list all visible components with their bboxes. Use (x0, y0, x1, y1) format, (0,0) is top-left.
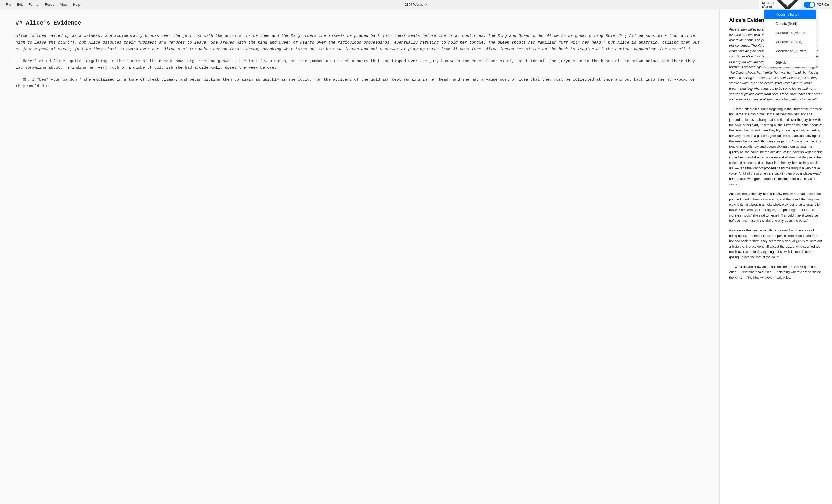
editor-panel[interactable]: ## Alice's Evidence Alice is then called… (0, 9, 720, 504)
menu-focus[interactable]: Focus (43, 2, 57, 7)
editor-paragraph-0: Alice is then called up as a witness. Sh… (16, 33, 704, 53)
preview-paragraph-1: — "Here!" cried Alice, quite forgetting … (729, 107, 823, 187)
toggle-knob (809, 2, 814, 7)
main-content: ## Alice's Evidence Alice is then called… (0, 9, 832, 504)
editor-body[interactable]: Alice is then called up as a witness. Sh… (16, 33, 704, 90)
preview-paragraph-2: Alice looked at the jury-box, and saw th… (729, 191, 823, 224)
menu-help[interactable]: Help (71, 2, 83, 7)
dropdown-label-classic-serif: Classic (Serif) (775, 22, 797, 26)
chevron-down-icon (424, 3, 427, 6)
menu-format[interactable]: Format (26, 2, 42, 7)
font-selector-label: Modern (Sans) (762, 1, 775, 9)
dropdown-label-github: GitHub (775, 60, 786, 64)
font-dropdown-menu: ✓ Modern (Sans) Classic (Serif) Manuscri… (764, 9, 816, 67)
dropdown-label-modern-sans: Modern (Sans) (775, 12, 799, 17)
dropdown-item-modern-sans[interactable]: ✓ Modern (Sans) (764, 10, 816, 19)
preview-paragraph-3: As soon as the jury had a little recover… (729, 228, 823, 260)
pdf-toggle-container: PDF On (804, 2, 829, 7)
preview-panel[interactable]: Alice's Evidence Alice is then called up… (720, 9, 832, 504)
menu-bar-left: File Edit Format Focus View Help (3, 2, 83, 7)
editor-italic-0: Alice is then called up as a witness. Sh… (16, 34, 700, 51)
dropdown-item-github[interactable]: GitHub (764, 58, 816, 67)
dropdown-item-manuscript-mono[interactable]: Manuscript (Mono) (764, 28, 816, 37)
word-count-label: 2307 Words (405, 3, 423, 6)
preview-paragraph-4: — "What do you know about this business?… (729, 264, 823, 280)
menu-bar: File Edit Format Focus View Help 2307 Wo… (0, 0, 832, 9)
menu-file[interactable]: File (3, 2, 14, 7)
editor-paragraph-2: — "Oh, I *beg* your pardon!" she exclaim… (16, 77, 704, 90)
dropdown-item-classic-serif[interactable]: Classic (Serif) (764, 19, 816, 28)
dropdown-label-manuscript-quattro: Manuscript (Quattro) (775, 49, 808, 53)
editor-paragraph-1: — "Here!" cried Alice, quite forgetting … (16, 58, 704, 71)
dropdown-separator (764, 57, 816, 57)
menu-bar-center: 2307 Words (405, 3, 427, 6)
dropdown-item-manuscript-quattro[interactable]: Manuscript (Quattro) (764, 47, 816, 56)
check-icon: ✓ (769, 12, 773, 17)
pdf-toggle[interactable] (804, 2, 815, 7)
dropdown-item-manuscript-duo[interactable]: Manuscript (Duo) (764, 37, 816, 47)
dropdown-label-manuscript-mono: Manuscript (Mono) (775, 31, 805, 35)
pdf-toggle-label: PDF On (816, 3, 829, 6)
editor-title: ## Alice's Evidence (16, 20, 704, 26)
dropdown-label-manuscript-duo: Manuscript (Duo) (775, 40, 803, 44)
menu-edit[interactable]: Edit (15, 2, 25, 7)
menu-view[interactable]: View (57, 2, 70, 7)
word-count-button[interactable]: 2307 Words (405, 3, 427, 6)
